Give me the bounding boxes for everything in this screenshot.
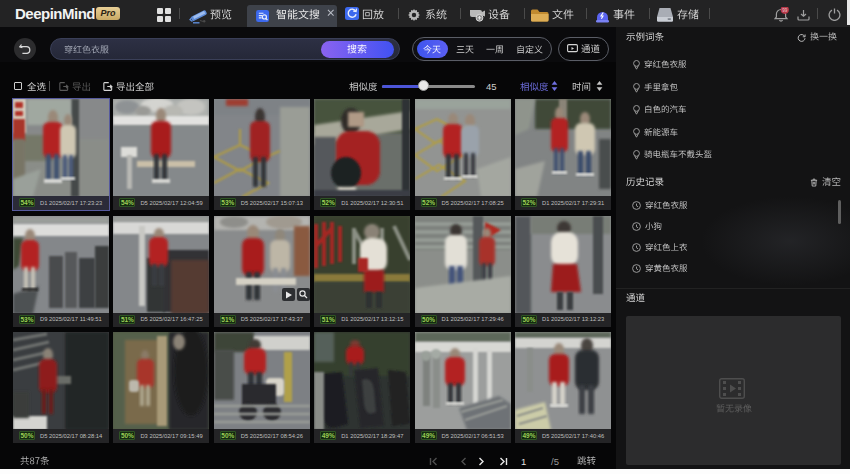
svg-text:99: 99	[782, 8, 788, 13]
